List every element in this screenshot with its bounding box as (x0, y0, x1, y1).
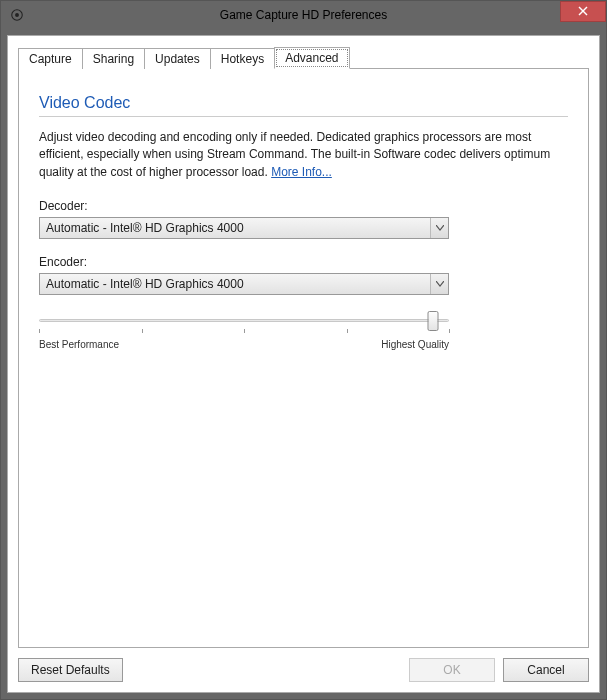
decoder-label: Decoder: (39, 199, 568, 213)
tab-advanced[interactable]: Advanced (274, 47, 349, 69)
encoder-label: Encoder: (39, 255, 568, 269)
slider-min-label: Best Performance (39, 339, 119, 350)
slider-tick (244, 329, 245, 333)
window-title: Game Capture HD Preferences (1, 8, 606, 22)
tab-updates[interactable]: Updates (144, 48, 211, 69)
slider-tick (142, 329, 143, 333)
section-description: Adjust video decoding and encoding only … (39, 129, 568, 181)
svg-point-1 (15, 13, 19, 17)
tab-capture[interactable]: Capture (18, 48, 83, 69)
dialog-footer: Reset Defaults OK Cancel (18, 648, 589, 682)
slider-labels: Best Performance Highest Quality (39, 339, 449, 350)
slider-track[interactable] (39, 311, 449, 331)
tab-content-advanced: Video Codec Adjust video decoding and en… (18, 69, 589, 648)
close-icon (578, 6, 588, 18)
slider-tick (449, 329, 450, 333)
titlebar: Game Capture HD Preferences (1, 1, 606, 29)
cancel-button[interactable]: Cancel (503, 658, 589, 682)
slider-thumb[interactable] (427, 311, 438, 331)
tabstrip: Capture Sharing Updates Hotkeys Advanced (18, 46, 589, 69)
section-title: Video Codec (39, 94, 568, 117)
slider-tick (347, 329, 348, 333)
slider-max-label: Highest Quality (381, 339, 449, 350)
more-info-link[interactable]: More Info... (271, 165, 332, 179)
encoder-select[interactable]: Automatic - Intel® HD Graphics 4000 (39, 273, 449, 295)
slider-tick (39, 329, 40, 333)
encoder-select-wrap: Automatic - Intel® HD Graphics 4000 (39, 273, 449, 295)
close-button[interactable] (560, 1, 606, 22)
quality-slider: Best Performance Highest Quality (39, 311, 449, 350)
tab-hotkeys[interactable]: Hotkeys (210, 48, 275, 69)
tab-sharing[interactable]: Sharing (82, 48, 145, 69)
ok-button[interactable]: OK (409, 658, 495, 682)
reset-defaults-button[interactable]: Reset Defaults (18, 658, 123, 682)
client-area: Capture Sharing Updates Hotkeys Advanced… (7, 35, 600, 693)
decoder-select[interactable]: Automatic - Intel® HD Graphics 4000 (39, 217, 449, 239)
slider-rail (39, 319, 449, 322)
app-icon (9, 7, 25, 23)
decoder-select-wrap: Automatic - Intel® HD Graphics 4000 (39, 217, 449, 239)
preferences-window: Game Capture HD Preferences Capture Shar… (0, 0, 607, 700)
